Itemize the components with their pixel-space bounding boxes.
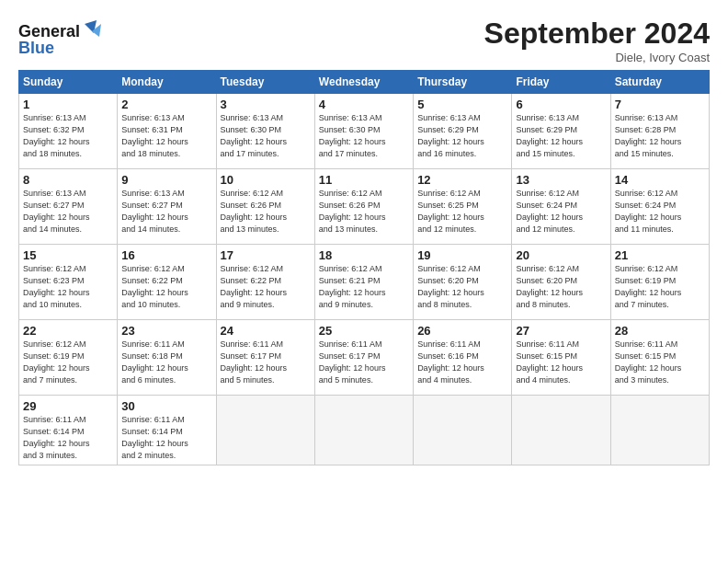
day-info: Sunrise: 6:13 AM Sunset: 6:27 PM Dayligh… bbox=[121, 188, 211, 236]
location: Diele, Ivory Coast bbox=[484, 51, 710, 64]
table-row: 17Sunrise: 6:12 AM Sunset: 6:22 PM Dayli… bbox=[216, 245, 314, 320]
col-sunday: Sunday bbox=[19, 71, 118, 94]
table-row bbox=[512, 396, 610, 465]
day-info: Sunrise: 6:11 AM Sunset: 6:15 PM Dayligh… bbox=[615, 339, 705, 386]
day-number: 4 bbox=[319, 98, 409, 111]
day-info: Sunrise: 6:12 AM Sunset: 6:24 PM Dayligh… bbox=[615, 188, 705, 236]
table-row: 11Sunrise: 6:12 AM Sunset: 6:26 PM Dayli… bbox=[314, 169, 413, 245]
table-row: 13Sunrise: 6:12 AM Sunset: 6:24 PM Dayli… bbox=[512, 169, 610, 245]
day-number: 21 bbox=[615, 248, 705, 262]
day-number: 5 bbox=[417, 98, 507, 111]
day-number: 20 bbox=[516, 248, 606, 262]
month-title: September 2024 bbox=[484, 17, 710, 51]
table-row: 3Sunrise: 6:13 AM Sunset: 6:30 PM Daylig… bbox=[216, 94, 314, 169]
day-number: 12 bbox=[417, 173, 507, 187]
day-number: 16 bbox=[121, 248, 211, 262]
day-info: Sunrise: 6:11 AM Sunset: 6:15 PM Dayligh… bbox=[516, 339, 606, 386]
day-number: 2 bbox=[121, 98, 211, 111]
day-info: Sunrise: 6:11 AM Sunset: 6:14 PM Dayligh… bbox=[121, 414, 211, 462]
day-info: Sunrise: 6:13 AM Sunset: 6:29 PM Dayligh… bbox=[516, 112, 606, 160]
header: General Blue September 2024 Diele, Ivory… bbox=[18, 17, 710, 64]
day-info: Sunrise: 6:11 AM Sunset: 6:17 PM Dayligh… bbox=[221, 339, 311, 386]
table-row: 26Sunrise: 6:11 AM Sunset: 6:16 PM Dayli… bbox=[414, 320, 512, 396]
col-monday: Monday bbox=[118, 71, 216, 94]
logo: General Blue bbox=[18, 17, 106, 64]
day-number: 29 bbox=[23, 399, 113, 413]
day-number: 10 bbox=[221, 173, 311, 187]
day-number: 7 bbox=[615, 98, 705, 111]
table-row: 4Sunrise: 6:13 AM Sunset: 6:30 PM Daylig… bbox=[314, 94, 413, 169]
day-number: 27 bbox=[516, 324, 606, 338]
day-info: Sunrise: 6:12 AM Sunset: 6:24 PM Dayligh… bbox=[516, 188, 606, 236]
table-row bbox=[216, 396, 314, 465]
day-info: Sunrise: 6:11 AM Sunset: 6:16 PM Dayligh… bbox=[417, 339, 507, 386]
table-row: 8Sunrise: 6:13 AM Sunset: 6:27 PM Daylig… bbox=[19, 169, 118, 245]
day-number: 22 bbox=[23, 324, 113, 338]
day-info: Sunrise: 6:13 AM Sunset: 6:30 PM Dayligh… bbox=[221, 112, 311, 160]
day-number: 1 bbox=[23, 98, 113, 111]
table-row: 16Sunrise: 6:12 AM Sunset: 6:22 PM Dayli… bbox=[118, 245, 216, 320]
col-tuesday: Tuesday bbox=[216, 71, 314, 94]
day-number: 13 bbox=[516, 173, 606, 187]
day-info: Sunrise: 6:12 AM Sunset: 6:19 PM Dayligh… bbox=[23, 339, 113, 386]
svg-text:General: General bbox=[18, 22, 80, 40]
day-number: 26 bbox=[417, 324, 507, 338]
day-number: 28 bbox=[615, 324, 705, 338]
table-row: 21Sunrise: 6:12 AM Sunset: 6:19 PM Dayli… bbox=[610, 245, 709, 320]
table-row: 14Sunrise: 6:12 AM Sunset: 6:24 PM Dayli… bbox=[610, 169, 709, 245]
day-number: 15 bbox=[23, 248, 113, 262]
day-number: 17 bbox=[221, 248, 311, 262]
table-row bbox=[314, 396, 413, 465]
table-row: 9Sunrise: 6:13 AM Sunset: 6:27 PM Daylig… bbox=[118, 169, 216, 245]
day-info: Sunrise: 6:12 AM Sunset: 6:22 PM Dayligh… bbox=[121, 263, 211, 311]
day-number: 18 bbox=[319, 248, 409, 262]
table-row: 23Sunrise: 6:11 AM Sunset: 6:18 PM Dayli… bbox=[118, 320, 216, 396]
table-row: 15Sunrise: 6:12 AM Sunset: 6:23 PM Dayli… bbox=[19, 245, 118, 320]
table-row: 10Sunrise: 6:12 AM Sunset: 6:26 PM Dayli… bbox=[216, 169, 314, 245]
day-info: Sunrise: 6:12 AM Sunset: 6:26 PM Dayligh… bbox=[319, 188, 409, 236]
table-row: 24Sunrise: 6:11 AM Sunset: 6:17 PM Dayli… bbox=[216, 320, 314, 396]
day-info: Sunrise: 6:12 AM Sunset: 6:20 PM Dayligh… bbox=[516, 263, 606, 311]
day-number: 19 bbox=[417, 248, 507, 262]
table-row: 5Sunrise: 6:13 AM Sunset: 6:29 PM Daylig… bbox=[414, 94, 512, 169]
logo-icon: General Blue bbox=[18, 17, 106, 61]
day-info: Sunrise: 6:13 AM Sunset: 6:29 PM Dayligh… bbox=[417, 112, 507, 160]
table-row: 18Sunrise: 6:12 AM Sunset: 6:21 PM Dayli… bbox=[314, 245, 413, 320]
table-row: 12Sunrise: 6:12 AM Sunset: 6:25 PM Dayli… bbox=[414, 169, 512, 245]
table-row: 19Sunrise: 6:12 AM Sunset: 6:20 PM Dayli… bbox=[414, 245, 512, 320]
day-number: 9 bbox=[121, 173, 211, 187]
day-info: Sunrise: 6:13 AM Sunset: 6:32 PM Dayligh… bbox=[23, 112, 113, 160]
table-row: 2Sunrise: 6:13 AM Sunset: 6:31 PM Daylig… bbox=[118, 94, 216, 169]
day-number: 24 bbox=[221, 324, 311, 338]
day-info: Sunrise: 6:12 AM Sunset: 6:22 PM Dayligh… bbox=[221, 263, 311, 311]
col-wednesday: Wednesday bbox=[314, 71, 413, 94]
day-info: Sunrise: 6:11 AM Sunset: 6:18 PM Dayligh… bbox=[121, 339, 211, 386]
table-row: 7Sunrise: 6:13 AM Sunset: 6:28 PM Daylig… bbox=[610, 94, 709, 169]
day-info: Sunrise: 6:13 AM Sunset: 6:31 PM Dayligh… bbox=[121, 112, 211, 160]
table-row: 30Sunrise: 6:11 AM Sunset: 6:14 PM Dayli… bbox=[118, 396, 216, 465]
day-number: 30 bbox=[121, 399, 211, 413]
day-info: Sunrise: 6:13 AM Sunset: 6:27 PM Dayligh… bbox=[23, 188, 113, 236]
table-row: 27Sunrise: 6:11 AM Sunset: 6:15 PM Dayli… bbox=[512, 320, 610, 396]
table-row: 6Sunrise: 6:13 AM Sunset: 6:29 PM Daylig… bbox=[512, 94, 610, 169]
day-number: 14 bbox=[615, 173, 705, 187]
table-row: 20Sunrise: 6:12 AM Sunset: 6:20 PM Dayli… bbox=[512, 245, 610, 320]
svg-text:Blue: Blue bbox=[18, 39, 54, 57]
day-info: Sunrise: 6:13 AM Sunset: 6:30 PM Dayligh… bbox=[319, 112, 409, 160]
table-row: 25Sunrise: 6:11 AM Sunset: 6:17 PM Dayli… bbox=[314, 320, 413, 396]
day-number: 6 bbox=[516, 98, 606, 111]
day-info: Sunrise: 6:12 AM Sunset: 6:26 PM Dayligh… bbox=[221, 188, 311, 236]
col-saturday: Saturday bbox=[610, 71, 709, 94]
table-row bbox=[610, 396, 709, 465]
table-row: 28Sunrise: 6:11 AM Sunset: 6:15 PM Dayli… bbox=[610, 320, 709, 396]
day-info: Sunrise: 6:12 AM Sunset: 6:20 PM Dayligh… bbox=[417, 263, 507, 311]
col-friday: Friday bbox=[512, 71, 610, 94]
day-number: 8 bbox=[23, 173, 113, 187]
day-info: Sunrise: 6:12 AM Sunset: 6:19 PM Dayligh… bbox=[615, 263, 705, 311]
table-row: 22Sunrise: 6:12 AM Sunset: 6:19 PM Dayli… bbox=[19, 320, 118, 396]
day-number: 11 bbox=[319, 173, 409, 187]
day-info: Sunrise: 6:11 AM Sunset: 6:14 PM Dayligh… bbox=[23, 414, 113, 462]
table-row: 1Sunrise: 6:13 AM Sunset: 6:32 PM Daylig… bbox=[19, 94, 118, 169]
table-row: 29Sunrise: 6:11 AM Sunset: 6:14 PM Dayli… bbox=[19, 396, 118, 465]
day-info: Sunrise: 6:12 AM Sunset: 6:21 PM Dayligh… bbox=[319, 263, 409, 311]
